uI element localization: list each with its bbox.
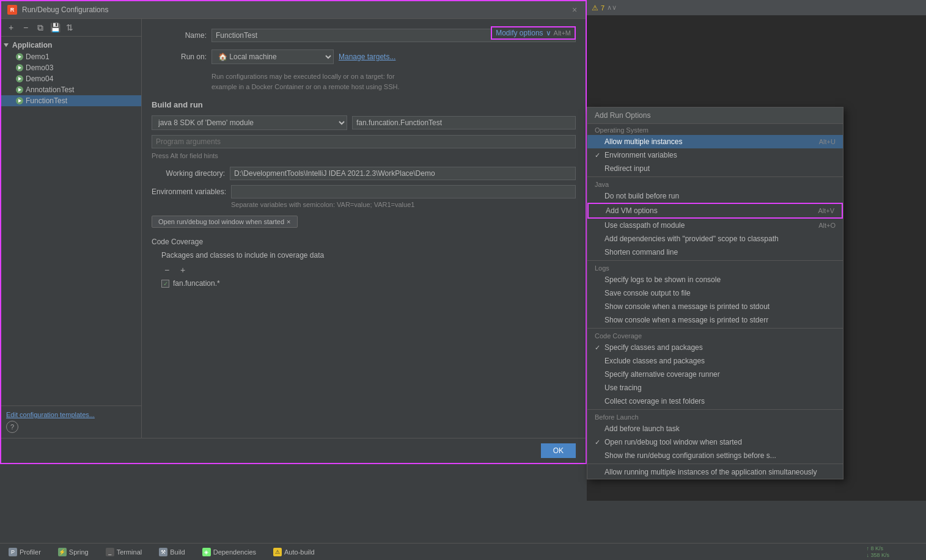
item-label: Use tracing [604,384,642,392]
dropdown-item-collect-test-folders[interactable]: Collect coverage in test folders [587,395,843,408]
sidebar-item-demo03[interactable]: Demo03 [1,62,141,73]
dropdown-item-add-vm[interactable]: Add VM options Alt+V [587,203,843,219]
item-label: Allow running multiple instances of the … [604,468,817,476]
item-label: Show console when a message is printed t… [604,316,768,324]
java-sdk-dropdown[interactable]: java 8 SDK of 'Demo' module [152,115,347,130]
coverage-add-button[interactable]: + [177,264,188,275]
modify-options-dropdown: Add Run Options Operating System Allow m… [587,107,843,479]
run-on-row: Run on: 🏠 Local machine Manage targets..… [152,49,576,64]
sidebar-item-functiontest[interactable]: FunctionTest [1,95,141,106]
dropdown-item-add-before-launch[interactable]: Add before launch task [587,422,843,435]
dropdown-item-shorten-cmdline[interactable]: Shorten command line [587,245,843,259]
save-config-button[interactable]: 💾 [49,21,61,34]
coverage-packages: Packages and classes to include in cover… [161,251,576,288]
dropdown-item-redirect-input[interactable]: Redirect input [587,162,843,175]
open-debug-row: Open run/debug tool window when started … [152,216,576,228]
item-shortcut: Alt+U [819,138,836,145]
modify-options-label: Modify options [496,29,543,37]
status-tab-spring[interactable]: ⚡ Spring [54,547,92,558]
sidebar-item-demo04[interactable]: Demo04 [1,73,141,84]
status-tab-autobuild[interactable]: ⚠ Auto-build [270,547,318,558]
main-content: Store as project file ⚙ Name: Run on: 🏠 … [142,19,586,438]
dropdown-item-exclude-classes[interactable]: Exclude classes and packages [587,354,843,368]
dropdown-header: Add Run Options [587,107,843,124]
code-coverage-title: Code Coverage [152,238,576,246]
build-and-run-section: Build and run Modify options ∨ Alt+M jav… [152,100,576,288]
item-label: Show console when a message is printed t… [604,302,770,311]
run-on-label: Run on: [152,53,207,61]
close-button[interactable]: × [570,5,579,15]
copy-config-button[interactable]: ⧉ [34,21,46,34]
item-label: Environment variables [604,151,677,159]
dropdown-item-specify-classes[interactable]: ✓ Specify classes and packages [587,341,843,354]
remove-config-button[interactable]: − [20,21,32,34]
run-icon-demo1 [16,53,23,60]
dropdown-item-show-settings-before[interactable]: Show the run/debug configuration setting… [587,449,843,462]
dropdown-item-alt-coverage-runner[interactable]: Specify alternative coverage runner [587,368,843,381]
ok-button[interactable]: OK [541,443,576,458]
dropdown-item-classpath-module[interactable]: Use classpath of module Alt+O [587,219,843,232]
upload-speed: ↑ 8 K/s [866,545,889,551]
status-tab-terminal[interactable]: _ Terminal [102,547,146,558]
working-dir-row: Working directory: [152,167,576,180]
sidebar-footer: Edit configuration templates... ? [1,405,141,438]
program-args-input[interactable] [152,135,576,148]
dropdown-item-no-build[interactable]: Do not build before run [587,189,843,203]
application-group[interactable]: Application [1,39,141,51]
status-tab-profiler[interactable]: P Profiler [5,547,45,558]
manage-targets-link[interactable]: Manage targets... [339,53,395,61]
item-shortcut: Alt+V [818,207,834,214]
sidebar-item-annotationtest[interactable]: AnnotationTest [1,84,141,95]
modify-options-button[interactable]: Modify options ∨ Alt+M [491,26,576,40]
dropdown-item-save-console[interactable]: Save console output to file [587,286,843,300]
edit-templates-link[interactable]: Edit configuration templates... [6,411,136,418]
hint-text: Press Alt for field hints [152,152,576,159]
modify-options-shortcut: Alt+M [554,29,571,37]
status-tab-dependencies[interactable]: ◈ Dependencies [199,547,260,558]
sort-config-button[interactable]: ⇅ [64,21,76,34]
main-class-input[interactable] [352,116,576,129]
working-dir-input[interactable] [230,167,576,180]
warning-arrows[interactable]: ∧∨ [607,4,617,12]
coverage-remove-button[interactable]: − [161,264,172,275]
run-on-dropdown[interactable]: 🏠 Local machine [211,49,334,64]
section-label-before-launch: Before Launch [587,411,843,422]
package-checkbox[interactable]: ✓ [161,280,169,288]
dropdown-item-allow-multiple[interactable]: Allow multiple instances Alt+U [587,135,843,148]
coverage-toolbar: − + [161,264,576,275]
open-debug-tag[interactable]: Open run/debug tool window when started … [152,216,298,228]
dropdown-item-add-dependencies[interactable]: Add dependencies with "provided" scope t… [587,232,843,245]
dropdown-item-env-vars[interactable]: ✓ Environment variables [587,148,843,162]
status-tab-build[interactable]: ⚒ Build [155,547,188,558]
add-config-button[interactable]: + [5,21,17,34]
dialog-title-bar: R Run/Debug Configurations × [1,1,586,19]
dropdown-item-show-stdout[interactable]: Show console when a message is printed t… [587,300,843,313]
open-debug-close-icon[interactable]: × [287,218,290,225]
run-on-select-row: 🏠 Local machine Manage targets... [211,49,395,64]
network-speed: ↑ 8 K/s ↓ 358 K/s [866,545,889,558]
dropdown-item-allow-multiple-instances[interactable]: Allow running multiple instances of the … [587,465,843,479]
sidebar-item-demo1[interactable]: Demo1 [1,51,141,62]
section-label-coverage: Code Coverage [587,330,843,341]
working-dir-label: Working directory: [152,169,225,178]
dropdown-item-show-stderr[interactable]: Show console when a message is printed t… [587,313,843,327]
item-label: Redirect input [604,164,650,173]
dropdown-item-specify-logs[interactable]: Specify logs to be shown in console [587,273,843,286]
dropdown-item-open-debug-window[interactable]: ✓ Open run/debug tool window when starte… [587,435,843,449]
config-tree: Application Demo1 Demo03 Demo04 Annotati… [1,37,141,405]
tree-item-label: FunctionTest [26,96,67,105]
item-label: Show the run/debug configuration setting… [604,451,776,460]
item-label: Collect coverage in test folders [604,397,705,405]
item-label: Save console output to file [604,289,691,297]
dropdown-item-use-tracing[interactable]: Use tracing [587,381,843,395]
item-label: Shorten command line [604,248,678,256]
packages-label: Packages and classes to include in cover… [161,251,576,260]
java-sdk-row: java 8 SDK of 'Demo' module [152,115,576,130]
divider-5 [587,464,843,464]
help-button[interactable]: ? [6,421,18,433]
open-debug-label: Open run/debug tool window when started [158,218,284,225]
env-vars-input[interactable] [231,185,576,198]
env-vars-label: Environment variables: [152,187,226,196]
item-shortcut: Alt+O [818,222,836,229]
check-prefix: ✓ [595,344,600,352]
